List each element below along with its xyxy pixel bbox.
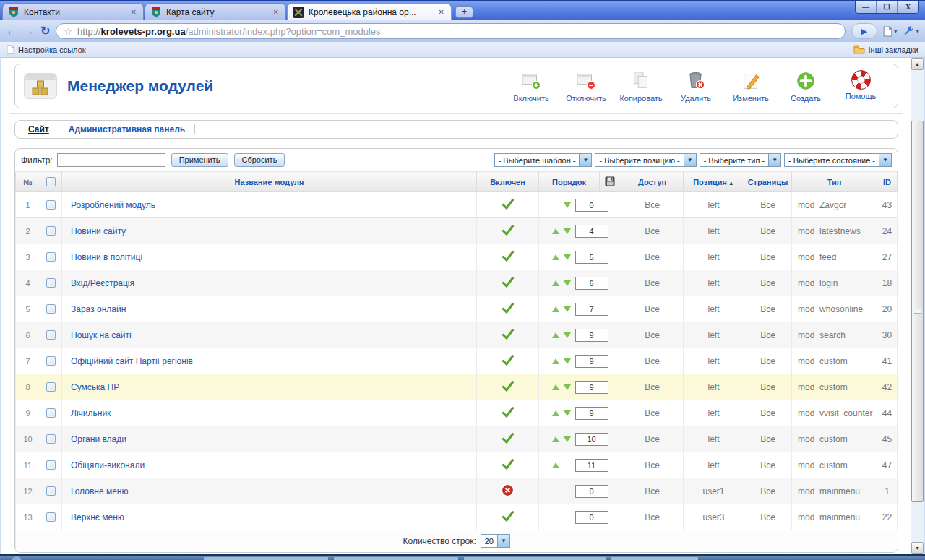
order-input[interactable] bbox=[575, 277, 608, 290]
module-name-link[interactable]: Офіційний сайт Партії регіонів bbox=[71, 356, 193, 366]
row-checkbox[interactable] bbox=[46, 512, 56, 522]
scrollbar-thumb[interactable] bbox=[911, 121, 924, 502]
header-id[interactable]: ID bbox=[877, 172, 898, 192]
order-input[interactable] bbox=[575, 485, 608, 498]
submenu-site[interactable]: Сайт bbox=[28, 124, 49, 134]
move-up-icon[interactable] bbox=[552, 280, 559, 286]
enable-button[interactable]: Включить bbox=[506, 70, 556, 103]
move-up-icon[interactable] bbox=[552, 228, 559, 234]
row-checkbox[interactable] bbox=[46, 226, 56, 236]
move-up-icon[interactable] bbox=[552, 384, 559, 390]
module-name-link[interactable]: Новини в політиці bbox=[71, 252, 142, 262]
move-down-icon[interactable] bbox=[564, 384, 571, 390]
rows-per-page-select[interactable]: 20 ▼ bbox=[481, 534, 510, 548]
filter-input[interactable] bbox=[57, 153, 165, 167]
scroll-down-button[interactable]: ▼ bbox=[911, 542, 924, 554]
order-input[interactable] bbox=[575, 381, 608, 394]
tab-krolevets-admin[interactable]: Кролевецька районна ор... ✕ bbox=[287, 3, 452, 20]
module-name-link[interactable]: Головне меню bbox=[71, 486, 128, 496]
module-name-link[interactable]: Лічильник bbox=[71, 408, 111, 418]
enabled-check-icon[interactable] bbox=[502, 277, 515, 288]
taskbar-button[interactable] bbox=[204, 557, 328, 560]
order-input[interactable] bbox=[575, 225, 608, 238]
move-up-icon[interactable] bbox=[552, 436, 559, 442]
tab-sitemap[interactable]: Карта сайту ✕ bbox=[145, 3, 286, 20]
taskbar[interactable] bbox=[0, 554, 925, 560]
move-up-icon[interactable] bbox=[552, 410, 559, 416]
move-down-icon[interactable] bbox=[564, 306, 571, 312]
other-bookmarks-button[interactable]: Інші закладки bbox=[853, 45, 918, 54]
new-tab-button[interactable]: + bbox=[455, 6, 473, 18]
tab-close-icon[interactable]: ✕ bbox=[272, 8, 280, 16]
type-filter-select[interactable]: - Выберите тип -▼ bbox=[700, 153, 781, 167]
header-pages[interactable]: Страницы bbox=[744, 172, 792, 192]
header-access[interactable]: Доступ bbox=[621, 172, 684, 192]
address-bar[interactable]: ☆ http://krolevets-pr.org.ua/administrat… bbox=[56, 23, 846, 39]
module-name-link[interactable]: Розроблений модуль bbox=[71, 200, 155, 210]
move-down-icon[interactable] bbox=[564, 436, 571, 442]
header-position[interactable]: Позиция▲ bbox=[684, 172, 744, 192]
row-checkbox[interactable] bbox=[46, 434, 56, 444]
disable-button[interactable]: Отключить bbox=[561, 70, 611, 103]
submenu-admin-panel[interactable]: Административная панель bbox=[69, 124, 185, 134]
enabled-check-icon[interactable] bbox=[502, 199, 515, 210]
enabled-check-icon[interactable] bbox=[502, 459, 515, 470]
move-up-icon[interactable] bbox=[552, 306, 559, 312]
enabled-check-icon[interactable] bbox=[502, 381, 515, 392]
module-name-link[interactable]: Пошук на сайті bbox=[71, 330, 132, 340]
module-name-link[interactable]: Новини сайту bbox=[71, 226, 126, 236]
go-button[interactable]: ▶ bbox=[851, 23, 877, 39]
row-checkbox[interactable] bbox=[46, 460, 56, 470]
header-save-order[interactable] bbox=[600, 172, 621, 192]
bookmark-item[interactable]: Настройка ссылок bbox=[7, 45, 86, 54]
taskbar-button[interactable] bbox=[334, 557, 458, 560]
enabled-check-icon[interactable] bbox=[502, 511, 515, 522]
tab-close-icon[interactable]: ✕ bbox=[129, 8, 138, 16]
reset-button[interactable]: Сбросить bbox=[234, 153, 285, 167]
enabled-check-icon[interactable] bbox=[502, 303, 515, 314]
scroll-up-button[interactable]: ▲ bbox=[911, 58, 924, 70]
header-type[interactable]: Тип bbox=[792, 172, 877, 192]
order-input[interactable] bbox=[575, 251, 608, 264]
minimize-button[interactable]: — bbox=[856, 1, 877, 13]
row-checkbox[interactable] bbox=[46, 486, 56, 496]
scrollbar-track[interactable] bbox=[911, 70, 924, 121]
move-up-icon[interactable] bbox=[552, 462, 559, 468]
order-input[interactable] bbox=[575, 303, 608, 316]
enabled-check-icon[interactable] bbox=[502, 329, 515, 340]
restore-button[interactable]: ❐ bbox=[877, 1, 898, 13]
order-input[interactable] bbox=[575, 459, 608, 472]
tab-close-icon[interactable]: ✕ bbox=[437, 8, 446, 16]
row-checkbox[interactable] bbox=[46, 382, 56, 392]
enabled-check-icon[interactable] bbox=[502, 433, 515, 444]
reload-button[interactable]: ↻ bbox=[40, 25, 50, 37]
order-input[interactable] bbox=[575, 511, 608, 524]
row-checkbox[interactable] bbox=[46, 356, 56, 366]
move-down-icon[interactable] bbox=[564, 332, 571, 338]
copy-button[interactable]: Копировать bbox=[616, 70, 666, 103]
move-down-icon[interactable] bbox=[564, 410, 571, 416]
move-down-icon[interactable] bbox=[564, 202, 571, 208]
header-enabled[interactable]: Включен bbox=[477, 172, 539, 192]
bookmark-star-icon[interactable]: ☆ bbox=[64, 26, 72, 37]
module-name-link[interactable]: Верхнє меню bbox=[71, 512, 124, 522]
delete-button[interactable]: Удалить bbox=[671, 70, 721, 103]
row-checkbox[interactable] bbox=[46, 252, 56, 262]
order-input[interactable] bbox=[575, 433, 608, 446]
order-input[interactable] bbox=[575, 407, 608, 420]
scrollbar-track[interactable] bbox=[911, 502, 924, 542]
disabled-cross-icon[interactable] bbox=[502, 485, 513, 496]
module-name-link[interactable]: Вхід/Реєстрація bbox=[71, 278, 134, 288]
module-name-link[interactable]: Органи влади bbox=[71, 434, 126, 444]
edit-button[interactable]: Изменить bbox=[726, 70, 776, 103]
header-order[interactable]: Порядок bbox=[539, 172, 600, 192]
settings-menu-button[interactable]: ▾ bbox=[903, 25, 919, 37]
header-name[interactable]: Название модуля bbox=[62, 172, 477, 192]
enabled-check-icon[interactable] bbox=[502, 355, 515, 366]
row-checkbox[interactable] bbox=[46, 408, 56, 418]
module-name-link[interactable]: Сумська ПР bbox=[71, 382, 119, 392]
state-filter-select[interactable]: - Выберите состояние -▼ bbox=[784, 153, 892, 167]
order-input[interactable] bbox=[575, 329, 608, 342]
template-filter-select[interactable]: - Выберите шаблон -▼ bbox=[494, 153, 593, 167]
move-down-icon[interactable] bbox=[564, 254, 571, 260]
